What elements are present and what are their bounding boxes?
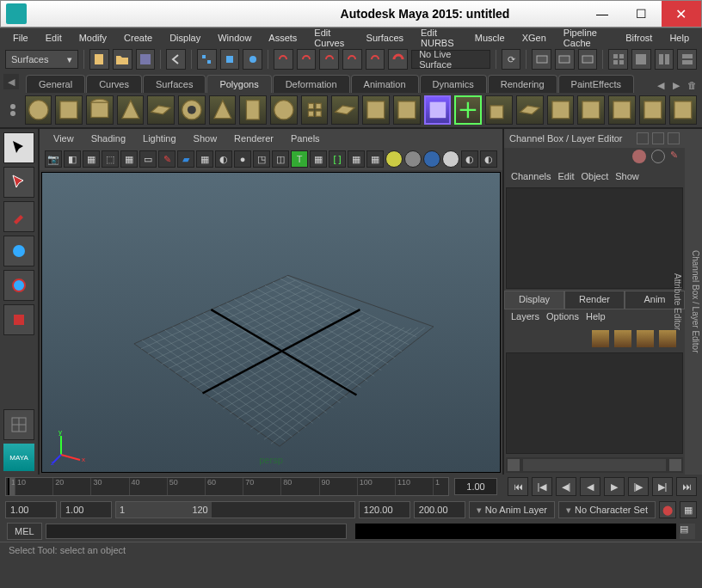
anim-start-field[interactable]: 1.00 bbox=[5, 501, 57, 518]
step-back-key-button[interactable]: |◀ bbox=[532, 477, 552, 496]
vp-menu-view[interactable]: View bbox=[46, 132, 81, 145]
time-slider[interactable]: 1 10 20 30 40 50 60 70 80 90 100 110 1 1… bbox=[0, 475, 502, 499]
menu-help[interactable]: Help bbox=[663, 31, 695, 45]
vp-xray-icon[interactable]: ◫ bbox=[272, 150, 289, 168]
current-frame-field[interactable]: 1.00 bbox=[454, 478, 497, 495]
poly-crease-icon[interactable] bbox=[639, 95, 667, 125]
snap-curve-button[interactable] bbox=[297, 49, 317, 70]
vp-hq-icon[interactable]: ▦ bbox=[348, 150, 365, 168]
vp-shadow-icon[interactable]: ● bbox=[234, 150, 251, 168]
select-tool[interactable] bbox=[3, 132, 34, 163]
shelf-tab-rendering[interactable]: Rendering bbox=[488, 75, 557, 93]
vp-light-icon[interactable]: ◐ bbox=[215, 150, 232, 168]
cb-menu-object[interactable]: Object bbox=[581, 171, 608, 181]
step-fwd-button[interactable]: |▶ bbox=[628, 477, 649, 496]
vp-shade-icon[interactable]: ▰ bbox=[177, 150, 194, 168]
shelf-tab-polygons[interactable]: Polygons bbox=[206, 75, 271, 93]
rotate-tool[interactable] bbox=[3, 270, 34, 301]
shelf-tab-animation[interactable]: Animation bbox=[351, 75, 419, 93]
layout-4view-button[interactable] bbox=[608, 49, 628, 70]
sidetab-attribute-editor[interactable]: Attribute Editor bbox=[673, 273, 682, 330]
layout-2h-button[interactable] bbox=[677, 49, 697, 70]
layer-menu-layers[interactable]: Layers bbox=[511, 311, 539, 325]
menu-display[interactable]: Display bbox=[163, 31, 206, 45]
vp-menu-lighting[interactable]: Lighting bbox=[136, 132, 183, 145]
render-button[interactable] bbox=[532, 49, 551, 70]
mel-label[interactable]: MEL bbox=[7, 523, 42, 540]
poly-platonic-icon[interactable] bbox=[331, 95, 359, 125]
play-fwd-button[interactable]: ▶ bbox=[604, 477, 625, 496]
cb-icon2[interactable] bbox=[652, 132, 664, 144]
poly-pipe-icon[interactable] bbox=[239, 95, 267, 125]
layer-move-up-icon[interactable] bbox=[592, 330, 609, 347]
char-set-dropdown[interactable]: ▾No Character Set bbox=[558, 501, 656, 518]
layer-tab-render[interactable]: Render bbox=[564, 291, 625, 309]
vp-camera-icon[interactable]: 📷 bbox=[45, 150, 62, 168]
layer-new-empty-icon[interactable] bbox=[637, 330, 654, 347]
cb-sync-icon[interactable] bbox=[651, 150, 665, 163]
shelf-arrow-right-icon[interactable]: ▶ bbox=[669, 77, 683, 93]
prefs-button[interactable]: ▦ bbox=[680, 501, 697, 518]
layer-menu-options[interactable]: Options bbox=[546, 311, 579, 325]
viewport-3d[interactable]: y x z persp bbox=[41, 172, 501, 473]
shelf-scroll-left-icon[interactable]: ◀ bbox=[3, 74, 19, 89]
poly-soccer-icon[interactable] bbox=[301, 95, 329, 125]
minimize-button[interactable]: — bbox=[582, 1, 622, 27]
layout-single-button[interactable] bbox=[631, 49, 651, 70]
vp-subdiv-icon[interactable]: [ ] bbox=[329, 150, 346, 168]
anim-end-field[interactable]: 200.00 bbox=[414, 501, 465, 518]
poly-append-icon[interactable] bbox=[547, 95, 575, 125]
poly-bevel-icon[interactable] bbox=[608, 95, 636, 125]
cb-graph-icon[interactable] bbox=[632, 150, 646, 163]
history-button[interactable]: ⟳ bbox=[502, 49, 521, 70]
live-surface-field[interactable]: No Live Surface bbox=[411, 50, 490, 69]
menu-muscle[interactable]: Muscle bbox=[469, 31, 511, 45]
shelf-tab-surfaces[interactable]: Surfaces bbox=[143, 75, 206, 93]
scale-tool[interactable] bbox=[3, 304, 34, 335]
range-end-field[interactable]: 120.00 bbox=[359, 501, 410, 518]
poly-sphere-icon[interactable] bbox=[25, 95, 52, 125]
snap-view-button[interactable] bbox=[366, 49, 385, 70]
select-obj-button[interactable] bbox=[220, 49, 240, 70]
vp-tex-icon[interactable]: ▦ bbox=[196, 150, 213, 168]
vp-gate-icon[interactable]: ▭ bbox=[139, 150, 157, 168]
go-start-button[interactable]: ⏮ bbox=[508, 477, 528, 496]
save-scene-button[interactable] bbox=[136, 49, 156, 70]
vp-dot1-icon[interactable] bbox=[385, 150, 403, 168]
script-editor-button[interactable]: ▤ bbox=[680, 524, 695, 539]
shelf-tab-dynamics[interactable]: Dynamics bbox=[420, 75, 487, 93]
poly-separate-icon[interactable] bbox=[454, 95, 482, 125]
vp-menu-shading[interactable]: Shading bbox=[84, 132, 132, 145]
menu-pipeline-cache[interactable]: Pipeline Cache bbox=[557, 26, 614, 50]
layer-list-area[interactable] bbox=[506, 352, 683, 454]
move-tool[interactable] bbox=[3, 236, 34, 266]
cb-icon1[interactable] bbox=[637, 132, 649, 144]
menu-file[interactable]: File bbox=[7, 31, 34, 45]
close-button[interactable]: ✕ bbox=[662, 1, 701, 27]
shelf-tab-general[interactable]: General bbox=[26, 75, 85, 93]
mel-input[interactable] bbox=[46, 524, 347, 539]
menu-bifrost[interactable]: Bifrost bbox=[619, 31, 658, 45]
layer-move-down-icon[interactable] bbox=[614, 330, 631, 347]
poly-plane-icon[interactable] bbox=[147, 95, 175, 125]
shelf-handle-icon[interactable] bbox=[5, 104, 22, 116]
cb-menu-edit[interactable]: Edit bbox=[557, 171, 574, 181]
poly-text-icon[interactable] bbox=[362, 95, 390, 125]
select-comp-button[interactable] bbox=[243, 49, 262, 70]
menu-xgen[interactable]: XGen bbox=[516, 31, 552, 45]
menu-edit-curves[interactable]: Edit Curves bbox=[308, 26, 354, 50]
cb-key-icon[interactable]: ✎ bbox=[670, 150, 678, 165]
vp-menu-renderer[interactable]: Renderer bbox=[227, 132, 280, 145]
maximize-button[interactable]: ☐ bbox=[622, 1, 662, 27]
shelf-tab-curves[interactable]: Curves bbox=[86, 75, 142, 93]
layout-2v-button[interactable] bbox=[655, 49, 674, 70]
poly-extrude-icon[interactable] bbox=[485, 95, 513, 125]
ipr-button[interactable] bbox=[555, 49, 575, 70]
poly-prism-icon[interactable] bbox=[209, 95, 237, 125]
poly-bridge-icon[interactable] bbox=[516, 95, 544, 125]
anim-layer-dropdown[interactable]: ▾No Anim Layer bbox=[469, 501, 555, 518]
render-settings-button[interactable] bbox=[578, 49, 598, 70]
vp-grid-icon[interactable]: ▦ bbox=[120, 150, 138, 168]
shelf-tab-painteffects[interactable]: PaintEffects bbox=[558, 75, 635, 93]
range-slider[interactable]: 1 120 bbox=[115, 501, 355, 518]
